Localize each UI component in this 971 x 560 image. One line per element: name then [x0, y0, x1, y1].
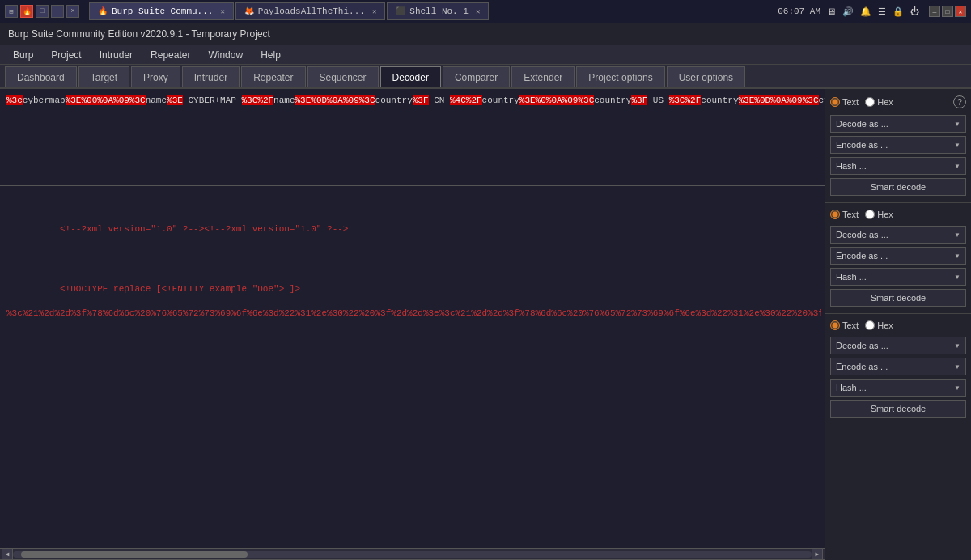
panel3-encoded-text: %3c%21%2d%2d%3f%78%6d%6c%20%76%65%72%73%… — [3, 307, 821, 320]
text-radio-3[interactable]: Text — [830, 320, 859, 330]
tab-dashboard[interactable]: Dashboard — [5, 66, 77, 87]
hash-label-3: Hash ... — [836, 383, 867, 392]
tab-comparer[interactable]: Comparer — [443, 66, 510, 87]
text-4: name — [273, 95, 295, 105]
app-title-bar: Burp Suite Community Edition v2020.9.1 -… — [0, 23, 971, 45]
close-payloads-icon[interactable]: ✕ — [372, 7, 376, 16]
hex-radio-input-2[interactable] — [865, 210, 875, 219]
tab-decoder[interactable]: Decoder — [380, 66, 441, 87]
decode-label-2: Decode as ... — [836, 230, 888, 240]
hash-dropdown-3[interactable]: Hash ... ▼ — [830, 379, 966, 397]
text-radio-input-2[interactable] — [830, 210, 840, 219]
sys-icon-monitor: 🖥 — [827, 6, 836, 17]
encode-dropdown-2[interactable]: Encode as ... ▼ — [830, 247, 966, 265]
text-7: country — [482, 95, 519, 105]
decoder-panel-2: <!--?xml version="1.0" ?--><!--?xml vers… — [0, 186, 825, 303]
text-radio-input-3[interactable] — [830, 320, 840, 330]
text-radio-input-1[interactable] — [830, 97, 840, 107]
tab-repeater[interactable]: Repeater — [241, 66, 305, 87]
minimize-button[interactable]: — — [929, 6, 940, 17]
smart-decode-btn-3[interactable]: Smart decode — [830, 400, 966, 418]
control-section-1: Text Hex ? Decode as ... ▼ Encode as ...… — [825, 89, 971, 203]
encode-dropdown-3[interactable]: Encode as ... ▼ — [830, 358, 966, 375]
panel3-content-wrapper[interactable]: %3c%21%2d%2d%3f%78%6d%6c%20%76%65%72%73%… — [0, 303, 825, 548]
hex-radio-2[interactable]: Hex — [865, 210, 893, 219]
panel3-scrollbar[interactable]: ◀ ▶ — [0, 548, 825, 559]
os-icon-1[interactable]: ⊞ — [5, 5, 18, 18]
tab-proxy[interactable]: Proxy — [131, 66, 180, 87]
tab-intruder[interactable]: Intruder — [182, 66, 240, 87]
menu-intruder[interactable]: Intruder — [91, 45, 141, 64]
text-6: CN — [429, 95, 450, 105]
radio-row-3: Text Hex — [830, 320, 966, 333]
hash-dropdown-2[interactable]: Hash ... ▼ — [830, 268, 966, 286]
os-icon-3[interactable]: □ — [36, 5, 49, 18]
text-radio-1[interactable]: Text — [830, 97, 859, 107]
scroll-right-arrow[interactable]: ▶ — [812, 549, 823, 560]
payloads-tab-icon: 🦊 — [244, 6, 254, 16]
highlight-11: %3E%0D%0A%09%3C — [739, 95, 819, 105]
hash-dropdown-1[interactable]: Hash ... ▼ — [830, 157, 966, 175]
close-shell-icon[interactable]: ✕ — [476, 7, 480, 16]
decode-arrow-3: ▼ — [954, 342, 960, 350]
os-icon-2[interactable]: 🔥 — [20, 5, 33, 18]
text-11: cybermap — [819, 95, 825, 105]
menu-project[interactable]: Project — [43, 45, 89, 64]
panel2-content[interactable]: <!--?xml version="1.0" ?--><!--?xml vers… — [0, 186, 825, 303]
text-radio-2[interactable]: Text — [830, 210, 859, 219]
decode-dropdown-2[interactable]: Decode as ... ▼ — [830, 226, 966, 244]
menu-help[interactable]: Help — [252, 45, 289, 64]
help-icon-1[interactable]: ? — [953, 95, 966, 108]
xml-line-2: <!DOCTYPE replace [<!ENTITY example "Doe… — [3, 269, 821, 303]
control-section-3: Text Hex Decode as ... ▼ Encode as ... ▼… — [825, 314, 971, 560]
tab-extender[interactable]: Extender — [511, 66, 575, 87]
os-icon-5[interactable]: × — [66, 5, 79, 18]
title-tab-shell[interactable]: ⬛ Shell No. 1 ✕ — [387, 2, 489, 20]
decode-dropdown-1[interactable]: Decode as ... ▼ — [830, 115, 966, 133]
hash-label-1: Hash ... — [836, 161, 867, 171]
menu-burp[interactable]: Burp — [5, 45, 41, 64]
text-label-3: Text — [842, 320, 859, 330]
hex-radio-input-1[interactable] — [865, 97, 875, 107]
close-tab-icon[interactable]: ✕ — [220, 7, 224, 16]
menu-repeater[interactable]: Repeater — [142, 45, 198, 64]
text-10: country — [701, 95, 738, 105]
scroll-left-arrow[interactable]: ◀ — [2, 549, 13, 560]
radio-row-2: Text Hex — [830, 210, 966, 223]
panel1-content[interactable]: %3ccybermap%3E%00%0A%09%3Cname%3E CYBER+… — [0, 89, 825, 185]
tab-user-options[interactable]: User options — [667, 66, 745, 87]
maximize-button[interactable]: □ — [942, 6, 953, 17]
title-tab-payloads[interactable]: 🦊 PayloadsAllTheThi... ✕ — [235, 2, 385, 20]
decode-label-3: Decode as ... — [836, 341, 888, 350]
main-content: %3ccybermap%3E%00%0A%09%3Cname%3E CYBER+… — [0, 89, 971, 560]
highlight-5: %3E%0D%0A%09%3C — [295, 95, 375, 105]
encode-arrow-2: ▼ — [954, 252, 960, 260]
close-button[interactable]: ✕ — [955, 6, 966, 17]
decoder-area: %3ccybermap%3E%00%0A%09%3Cname%3E CYBER+… — [0, 89, 825, 560]
text-label-1: Text — [842, 97, 859, 107]
hex-radio-input-3[interactable] — [865, 320, 875, 330]
highlight-4: %3C%2F — [242, 95, 274, 105]
hash-arrow-3: ▼ — [954, 384, 960, 392]
menu-bar: Burp Project Intruder Repeater Window He… — [0, 45, 971, 65]
tab-target[interactable]: Target — [78, 66, 129, 87]
tab-project-options[interactable]: Project options — [576, 66, 664, 87]
smart-decode-btn-1[interactable]: Smart decode — [830, 178, 966, 196]
tab-sequencer[interactable]: Sequencer — [307, 66, 379, 87]
scroll-thumb[interactable] — [21, 551, 248, 558]
text-2: name — [146, 95, 167, 105]
title-tab-burp[interactable]: 🔥 Burp Suite Commu... ✕ — [89, 2, 234, 20]
highlight-1: %3c — [6, 95, 23, 105]
decode-arrow-1: ▼ — [954, 121, 960, 128]
smart-decode-btn-2[interactable]: Smart decode — [830, 289, 966, 307]
encode-dropdown-1[interactable]: Encode as ... ▼ — [830, 136, 966, 154]
hash-arrow-1: ▼ — [954, 163, 960, 170]
encode-label-3: Encode as ... — [836, 362, 888, 371]
title-bar: ⊞ 🔥 □ — × 🔥 Burp Suite Commu... ✕ 🦊 Payl… — [0, 0, 971, 23]
hex-radio-3[interactable]: Hex — [865, 320, 893, 330]
os-icon-4[interactable]: — — [51, 5, 64, 18]
decode-dropdown-3[interactable]: Decode as ... ▼ — [830, 337, 966, 354]
menu-window[interactable]: Window — [200, 45, 251, 64]
hex-radio-1[interactable]: Hex — [865, 97, 893, 107]
scroll-track[interactable] — [13, 551, 812, 558]
